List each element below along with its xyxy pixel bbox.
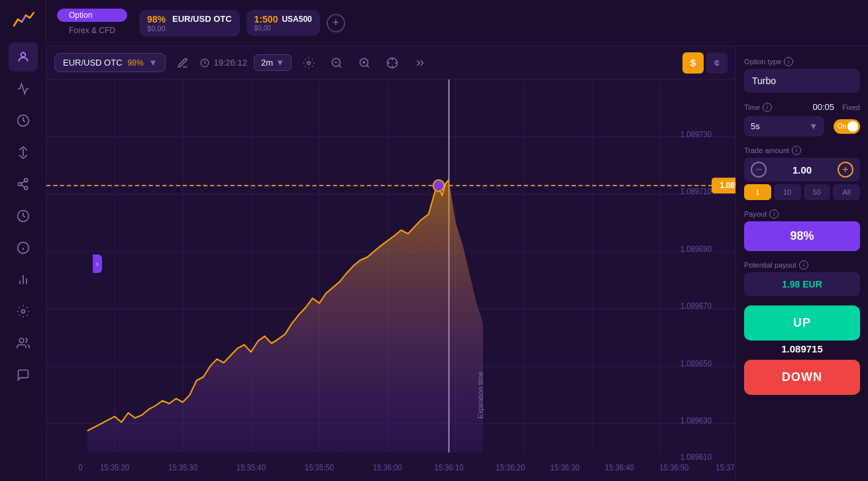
chart-toolbar: EUR/USD OTC 98% ▼ 19:26:12 2m ▼	[46, 46, 735, 80]
trade-buttons-section: UP 1.089715 DOWN	[744, 305, 860, 395]
option-type-label: Option type i	[744, 57, 860, 66]
chart-section: › EUR/USD OTC 98% ▼ 19:26:12 2m ▼	[46, 46, 735, 481]
payout-info-icon[interactable]: i	[769, 209, 779, 219]
sidebar-item-signals[interactable]	[9, 138, 38, 167]
sidebar	[0, 0, 46, 481]
add-asset-button[interactable]: +	[327, 14, 345, 32]
zoom-in-btn[interactable]	[354, 52, 375, 74]
svg-line-23	[367, 65, 369, 67]
fixed-toggle[interactable]: On	[834, 119, 860, 134]
potential-value: 1.98 EUR	[744, 272, 860, 296]
asset-card-eurusd[interactable]: 98% EUR/USD OTC $0,00	[139, 10, 240, 36]
svg-point-18	[307, 61, 311, 64]
sidebar-item-settings[interactable]	[9, 297, 38, 326]
tab-forex[interactable]: Forex & CFD	[57, 24, 127, 37]
time-display: 19:26:12	[200, 58, 247, 68]
chart-svg: 1.089730 1.089710 1.089690 1.089670 1.08…	[46, 80, 735, 481]
current-price-display: 1.089715	[744, 341, 860, 357]
trade-amount-row: − 1.00 +	[744, 158, 860, 182]
potential-payout-section: Potential payout i 1.98 EUR	[744, 260, 860, 296]
tab-option[interactable]: Option	[57, 9, 127, 22]
svg-text:15:36:20: 15:36:20	[496, 462, 525, 471]
quick-amt-all[interactable]: All	[833, 184, 860, 200]
option-type-value[interactable]: Turbo	[744, 69, 860, 93]
toggle-container: On	[828, 119, 860, 134]
payout-value: 98%	[744, 221, 860, 251]
svg-text:15:35:20: 15:35:20	[100, 462, 129, 471]
sidebar-item-chat[interactable]	[9, 360, 38, 390]
instrument-pct: 98%	[128, 58, 144, 68]
sidebar-expand-arrow[interactable]: ›	[93, 254, 102, 273]
svg-text:Expiration time: Expiration time	[476, 371, 484, 419]
up-button[interactable]: UP	[744, 305, 860, 341]
cent-currency-btn[interactable]: ¢	[706, 52, 728, 74]
sidebar-item-history[interactable]	[9, 106, 38, 135]
drawing-tool-btn[interactable]	[172, 52, 193, 74]
sidebar-item-profile[interactable]	[9, 42, 38, 72]
sidebar-item-analytics[interactable]	[9, 265, 38, 294]
quick-amt-10[interactable]: 10	[774, 184, 801, 200]
option-type-info-icon[interactable]: i	[784, 57, 793, 66]
quick-amt-50[interactable]: 50	[804, 184, 831, 200]
svg-text:15:36:00: 15:36:00	[373, 462, 402, 471]
svg-text:15:36:10: 15:36:10	[434, 462, 463, 471]
amount-value: 1.00	[772, 164, 832, 176]
instrument-name: EUR/USD OTC	[63, 58, 123, 68]
time-info-icon[interactable]: i	[763, 103, 772, 112]
asset-price: $0,00	[147, 25, 232, 32]
svg-text:15:35:40: 15:35:40	[237, 462, 266, 471]
app-logo[interactable]	[11, 7, 36, 32]
interval-selector-panel[interactable]: 5s ▼	[744, 116, 824, 136]
svg-text:15:36:50: 15:36:50	[659, 462, 688, 471]
time-countdown: 00:05	[813, 102, 835, 112]
asset-pct: 98%	[147, 14, 166, 25]
more-tools-btn[interactable]	[409, 52, 431, 74]
sidebar-item-trades[interactable]	[9, 74, 38, 103]
sidebar-item-social[interactable]	[9, 170, 38, 199]
quick-amt-1[interactable]: 1	[744, 184, 771, 200]
time-section: Time i 00:05 Fixed 5s ▼ On	[744, 102, 860, 136]
interval-selector[interactable]: 2m ▼	[254, 54, 292, 71]
dollar-currency-btn[interactable]: $	[682, 52, 704, 74]
increase-amount-btn[interactable]: +	[838, 162, 853, 178]
svg-point-16	[19, 339, 24, 343]
svg-text:1.089715: 1.089715	[720, 181, 735, 189]
trade-amount-section: Trade amount i − 1.00 + 1 10 50 All	[744, 146, 860, 200]
down-button[interactable]: DOWN	[744, 360, 860, 395]
trade-amount-label: Trade amount i	[744, 146, 860, 155]
svg-text:0: 0	[78, 462, 82, 471]
trade-amount-info-icon[interactable]: i	[792, 146, 801, 155]
sidebar-item-info[interactable]	[9, 233, 38, 262]
svg-text:1.089670: 1.089670	[680, 301, 712, 310]
sidebar-item-community[interactable]	[9, 329, 38, 358]
fixed-label: Fixed	[842, 103, 860, 111]
svg-text:1.089690: 1.089690	[680, 244, 712, 252]
interval-value-panel: 5s	[751, 121, 760, 131]
option-type-section: Option type i Turbo	[744, 57, 860, 93]
crosshair-btn[interactable]	[382, 52, 403, 74]
svg-text:15:35:30: 15:35:30	[168, 462, 197, 471]
svg-point-4	[18, 183, 21, 186]
right-panel: Option type i Turbo Time i 00:05 Fixed 5…	[735, 46, 868, 481]
svg-text:1.089730: 1.089730	[680, 129, 712, 138]
interval-value: 2m	[261, 58, 273, 68]
zoom-out-btn[interactable]	[326, 52, 347, 74]
svg-text:15:36:40: 15:36:40	[605, 462, 634, 471]
decrease-amount-btn[interactable]: −	[751, 162, 767, 178]
svg-line-20	[339, 65, 341, 67]
svg-line-6	[21, 185, 25, 187]
sidebar-item-clock[interactable]	[9, 201, 38, 231]
svg-text:1.089710: 1.089710	[680, 187, 712, 195]
svg-point-15	[21, 310, 25, 313]
settings-chart-btn[interactable]	[298, 52, 319, 74]
svg-text:15:35:50: 15:35:50	[305, 462, 334, 471]
svg-text:1.089650: 1.089650	[680, 359, 712, 368]
asset-name: EUR/USD OTC	[172, 14, 232, 24]
instrument-selector[interactable]: EUR/USD OTC 98% ▼	[54, 53, 166, 72]
potential-info-icon[interactable]: i	[799, 260, 808, 270]
multiplier-card[interactable]: 1:500 USA500 $0,00	[246, 10, 320, 36]
svg-text:15:36:30: 15:36:30	[551, 462, 580, 471]
svg-point-0	[21, 52, 25, 57]
multiplier-name: USA500	[282, 15, 311, 24]
multiplier-price: $0,00	[254, 25, 312, 32]
